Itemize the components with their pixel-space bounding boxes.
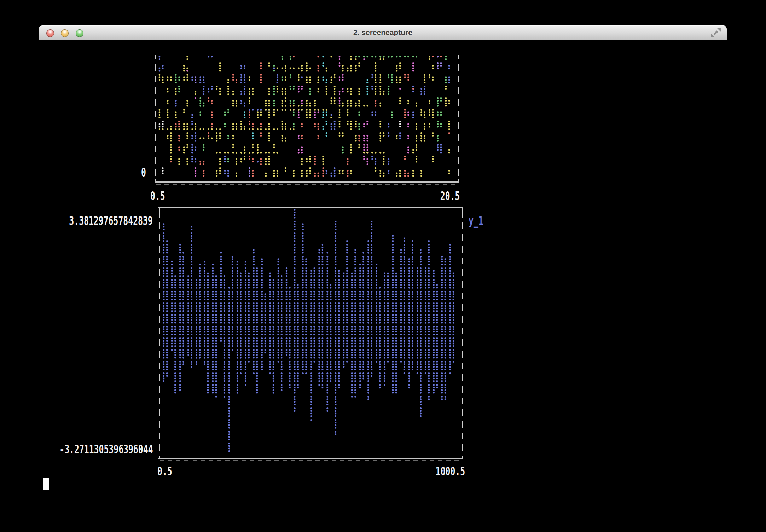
top-plot-y-label-0: 0 bbox=[141, 167, 146, 178]
bottom-plot-x-label-min: 0.5 bbox=[157, 466, 172, 477]
bottom-plot-left-border bbox=[159, 208, 160, 458]
bottom-plot-bottom-border bbox=[158, 458, 463, 459]
window-titlebar[interactable]: 2. screencapture bbox=[39, 25, 727, 41]
bottom-plot-right-border bbox=[462, 208, 463, 458]
bottom-plot-y-label-max: 3.381297657842839 bbox=[69, 215, 153, 227]
top-plot-bottom-border bbox=[155, 181, 459, 183]
top-plot-canvas bbox=[156, 55, 459, 180]
fullscreen-resize-icon[interactable] bbox=[710, 27, 721, 38]
window-title: 2. screencapture bbox=[39, 28, 727, 37]
bottom-plot-x-label-max: 1000.5 bbox=[436, 466, 465, 477]
terminal-cursor bbox=[43, 478, 49, 490]
top-plot-x-label-min: 0.5 bbox=[150, 190, 165, 202]
top-plot-x-label-max: 20.5 bbox=[440, 190, 460, 202]
top-plot-right-border bbox=[458, 55, 459, 181]
bottom-plot-y-label-min: -3.2711305396396044 bbox=[59, 444, 153, 455]
bottom-plot-top-border bbox=[158, 207, 463, 208]
top-plot-bottom-ticks bbox=[156, 184, 459, 185]
terminal-window: 2. screencapture 0 0.5 20.5 3.3812976578… bbox=[39, 25, 727, 532]
bottom-plot-legend-y1: y_1 bbox=[469, 215, 483, 227]
terminal-screen[interactable]: 0 0.5 20.5 3.381297657842839 -3.27113053… bbox=[39, 40, 727, 532]
top-plot-left-border bbox=[155, 55, 156, 181]
bottom-plot-bottom-ticks bbox=[160, 460, 463, 461]
bottom-plot-canvas bbox=[161, 208, 462, 454]
